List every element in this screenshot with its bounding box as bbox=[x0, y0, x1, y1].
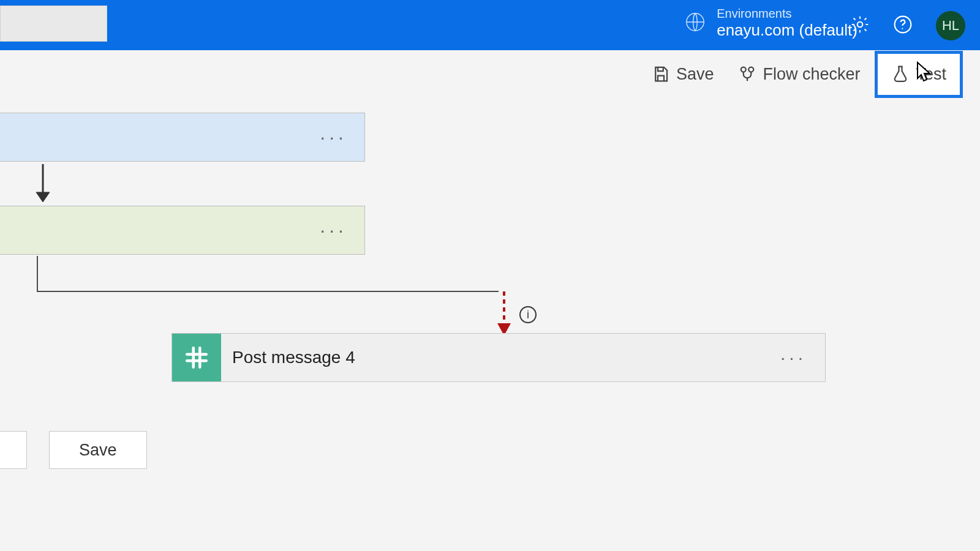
editor-toolbar: Save Flow checker Test bbox=[0, 50, 980, 98]
action-card-post-message[interactable]: Post message 4 ··· bbox=[172, 333, 826, 382]
info-icon[interactable]: i bbox=[519, 306, 537, 323]
svg-marker-7 bbox=[36, 192, 50, 202]
avatar[interactable]: HL bbox=[936, 11, 965, 40]
save-button-bottom[interactable]: Save bbox=[49, 431, 147, 469]
environment-label: Environments bbox=[717, 6, 858, 21]
arrow-down-icon bbox=[34, 164, 52, 202]
save-button-bottom-label: Save bbox=[79, 441, 117, 460]
ellipsis-icon[interactable]: ··· bbox=[780, 347, 807, 368]
svg-point-3 bbox=[902, 28, 903, 29]
connector-line bbox=[37, 256, 38, 291]
svg-point-4 bbox=[741, 67, 746, 72]
action-card-title: Post message 4 bbox=[232, 348, 355, 367]
test-button-label: Test bbox=[916, 65, 946, 84]
search-input[interactable] bbox=[0, 6, 107, 42]
help-icon[interactable] bbox=[893, 15, 913, 37]
environment-text: Environments enayu.com (default) bbox=[717, 6, 858, 40]
test-button[interactable]: Test bbox=[875, 51, 963, 98]
save-button-label: Save bbox=[676, 65, 714, 84]
svg-point-1 bbox=[858, 22, 863, 28]
dashed-arrow-icon bbox=[495, 291, 513, 339]
flow-checker-button[interactable]: Flow checker bbox=[728, 59, 870, 90]
bottom-button-row: Save bbox=[0, 431, 147, 469]
avatar-initials: HL bbox=[942, 18, 959, 34]
environment-name: enayu.com (default) bbox=[717, 21, 858, 40]
flow-canvas[interactable]: ··· ··· i Post message 4 ··· Save bbox=[0, 98, 980, 551]
ellipsis-icon[interactable]: ··· bbox=[320, 126, 347, 149]
environment-picker[interactable]: Environments enayu.com (default) bbox=[685, 6, 858, 40]
connector-line bbox=[37, 291, 499, 292]
app-header: Environments enayu.com (default) HL bbox=[0, 0, 980, 50]
flow-checker-label: Flow checker bbox=[763, 65, 860, 84]
gear-icon[interactable] bbox=[850, 15, 870, 37]
action-card-1[interactable]: ··· bbox=[0, 206, 365, 255]
svg-point-5 bbox=[749, 67, 754, 72]
globe-icon bbox=[685, 12, 706, 35]
previous-step-button[interactable] bbox=[0, 431, 27, 469]
trigger-card[interactable]: ··· bbox=[0, 113, 365, 162]
ellipsis-icon[interactable]: ··· bbox=[320, 219, 347, 242]
save-button[interactable]: Save bbox=[642, 59, 724, 90]
slack-channel-icon bbox=[172, 334, 221, 381]
